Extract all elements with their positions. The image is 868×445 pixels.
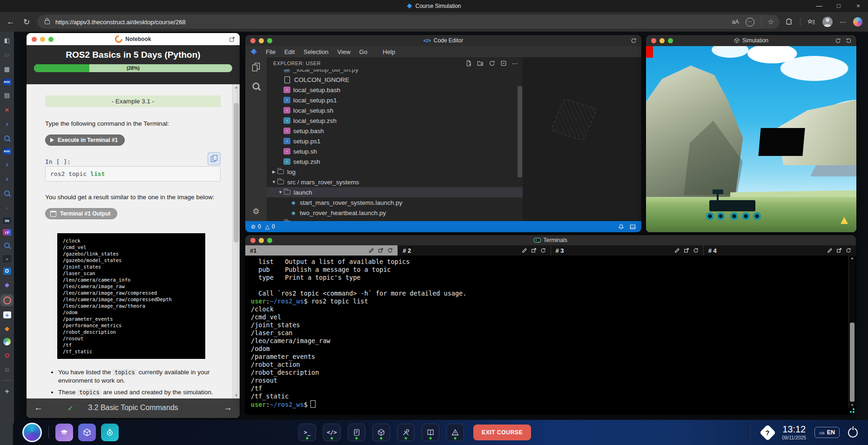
- copilot-icon[interactable]: [853, 17, 862, 27]
- sidebar-item-apps-grid[interactable]: ▦: [2, 64, 12, 74]
- rename-tab-icon[interactable]: [522, 248, 527, 253]
- sidebar-item-chevron-site-2[interactable]: ›: [2, 160, 12, 169]
- rename-tab-icon[interactable]: [674, 248, 680, 253]
- terminal-tool-button[interactable]: >_: [298, 424, 316, 441]
- favorite-star-icon[interactable]: ☆: [768, 18, 774, 26]
- restart-terminal-icon[interactable]: [540, 248, 546, 253]
- menu-selection[interactable]: Selection: [303, 48, 328, 55]
- sidebar-item-search-site[interactable]: [2, 134, 12, 143]
- sidebar-item-search-site-2[interactable]: [2, 189, 12, 198]
- close-light[interactable]: [651, 38, 656, 43]
- exit-course-button[interactable]: EXIT COURSE: [473, 425, 531, 440]
- chevron-down-icon[interactable]: ▼: [270, 180, 277, 184]
- minimize-light[interactable]: [259, 38, 264, 43]
- warnings-icon[interactable]: △: [265, 223, 269, 230]
- explorer-scrollbar[interactable]: [518, 86, 522, 177]
- restart-sim-icon[interactable]: [835, 38, 841, 44]
- back-button[interactable]: ←: [6, 17, 16, 27]
- scroll-down-icon[interactable]: ▼: [233, 393, 240, 398]
- search-icon[interactable]: [253, 83, 260, 90]
- tree-item--local-setup-util-sh-py[interactable]: py_local_setup_util_sh.py: [267, 69, 523, 74]
- menu-view[interactable]: View: [337, 48, 350, 55]
- tree-item-start-mars-rover-systems-launch-py[interactable]: ◆start_mars_rover_systems.launch.py: [267, 197, 523, 208]
- close-light[interactable]: [32, 37, 37, 42]
- sidebar-item-document-site[interactable]: ▤: [2, 90, 12, 100]
- terminal-output[interactable]: list Output a list of available topics p…: [245, 256, 848, 414]
- code-tool-button[interactable]: </>: [323, 424, 341, 441]
- sidebar-item-search-site-3[interactable]: [2, 241, 12, 250]
- sidebar-item-new-tab-button[interactable]: +: [2, 387, 12, 396]
- sidebar-item-ieee-site-2[interactable]: IEEE: [3, 148, 11, 155]
- minimize-light[interactable]: [659, 38, 665, 43]
- sidebar-item-lastpass-site[interactable]: LP: [3, 229, 11, 236]
- sidebar-item-diagrams-site[interactable]: ◈: [3, 311, 11, 318]
- scroll-up-icon[interactable]: ▲: [849, 256, 855, 260]
- sidebar-item-settings-dim[interactable]: ⚙: [2, 365, 12, 374]
- refresh-explorer-icon[interactable]: [489, 60, 495, 67]
- close-light[interactable]: [250, 38, 256, 43]
- close-button[interactable]: ×: [848, 0, 868, 12]
- restart-terminal-icon[interactable]: [846, 248, 851, 253]
- minimize-light[interactable]: [40, 37, 45, 42]
- menu-file[interactable]: File: [266, 48, 276, 55]
- zoom-light[interactable]: [48, 37, 54, 42]
- notebook-scrollbar[interactable]: ▲ ▼: [232, 84, 240, 398]
- sidebar-item-share-site[interactable]: »: [3, 255, 11, 263]
- sidebar-item-screen-recorder-active[interactable]: [0, 294, 13, 306]
- terminal-tab-4[interactable]: # 4: [703, 245, 856, 256]
- url-text[interactable]: https://appv3.theconstruct.ai/desktop/co…: [55, 19, 728, 26]
- resize-handle[interactable]: [850, 408, 855, 413]
- sidebar-item-close-tab[interactable]: ×: [2, 105, 12, 114]
- tree-item-launch[interactable]: ▼launch: [267, 187, 523, 197]
- sidebar-item-outlook-site[interactable]: O: [3, 268, 11, 275]
- detach-tab-icon[interactable]: [531, 248, 537, 253]
- sidebar-item-chevron-site[interactable]: ›: [2, 119, 12, 128]
- zoom-light[interactable]: [668, 38, 673, 43]
- tree-item-setup-bash[interactable]: ›setup.bash: [267, 126, 523, 136]
- terminal-tab-2[interactable]: # 2: [397, 245, 550, 256]
- extensions-icon[interactable]: [785, 18, 793, 26]
- zoom-light[interactable]: [267, 38, 272, 43]
- address-bar[interactable]: https://appv3.theconstruct.ai/desktop/co…: [37, 15, 780, 29]
- simulation-app-icon[interactable]: [78, 424, 96, 441]
- minimize-light[interactable]: [259, 238, 264, 243]
- tree-item-src-mars-rover-systems[interactable]: ▼src / mars_rover_systems: [267, 177, 523, 187]
- terminal-tab-1[interactable]: #1: [245, 245, 397, 256]
- sidebar-item-servicenow-site[interactable]: SN: [3, 217, 11, 224]
- minimize-button[interactable]: —: [809, 0, 829, 12]
- scrollbar-thumb[interactable]: [234, 103, 239, 243]
- power-button[interactable]: [848, 428, 858, 438]
- reload-editor-icon[interactable]: [631, 38, 637, 44]
- detach-tab-icon[interactable]: [378, 248, 384, 253]
- sidebar-item-chevron-ghost[interactable]: ›: [2, 203, 12, 212]
- tree-item-setup-zsh[interactable]: ›setup.zsh: [267, 156, 523, 167]
- terminal-tab-3[interactable]: # 3: [551, 245, 703, 256]
- tools-tool-button[interactable]: [397, 424, 415, 441]
- tree-item-local-setup-bash[interactable]: ›local_setup.bash: [267, 85, 523, 95]
- next-unit-button[interactable]: →: [223, 403, 232, 413]
- tree-item-local-setup-zsh[interactable]: ›local_setup.zsh: [267, 115, 523, 126]
- profile-avatar[interactable]: [822, 17, 833, 27]
- translate-icon[interactable]: aA: [732, 19, 739, 25]
- chevron-down-icon[interactable]: ▼: [277, 190, 284, 195]
- collapse-folders-icon[interactable]: [500, 60, 507, 67]
- sidebar-item-tab-ghost[interactable]: ▭: [2, 50, 12, 59]
- restart-terminal-icon[interactable]: [387, 248, 393, 253]
- reload-sim-icon[interactable]: [846, 38, 852, 44]
- terminal-scrollbar[interactable]: ▲ ▼: [848, 256, 855, 408]
- detach-tab-icon[interactable]: [836, 248, 842, 253]
- panel-layout-icon[interactable]: [630, 224, 636, 230]
- explorer-more-icon[interactable]: ⋯: [512, 60, 518, 67]
- sidebar-item-copilot-site[interactable]: ◆: [2, 280, 12, 289]
- notebook-tool-button[interactable]: [348, 424, 365, 441]
- new-file-icon[interactable]: [465, 60, 472, 67]
- rename-tab-icon[interactable]: [369, 248, 374, 253]
- tree-item-local-setup-ps1[interactable]: ›local_setup.ps1: [267, 95, 523, 105]
- menu-edit[interactable]: Edit: [284, 48, 295, 55]
- restart-terminal-icon[interactable]: [693, 248, 699, 253]
- tree-item-two-rover-heartbeat-launch-py[interactable]: ◆two_rover_heartbeat.launch.py: [267, 208, 523, 218]
- tree-item-colcon-ignore[interactable]: COLCON_IGNORE: [267, 74, 523, 85]
- alerts-tool-button[interactable]: [446, 424, 464, 441]
- scroll-up-icon[interactable]: ▲: [233, 85, 240, 89]
- help-button[interactable]: ?: [760, 424, 776, 440]
